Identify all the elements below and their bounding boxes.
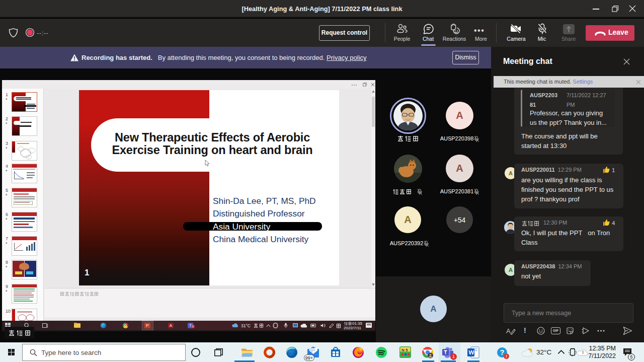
svg-text:N 5: N 5 <box>401 348 408 352</box>
svg-text:A: A <box>506 327 511 335</box>
